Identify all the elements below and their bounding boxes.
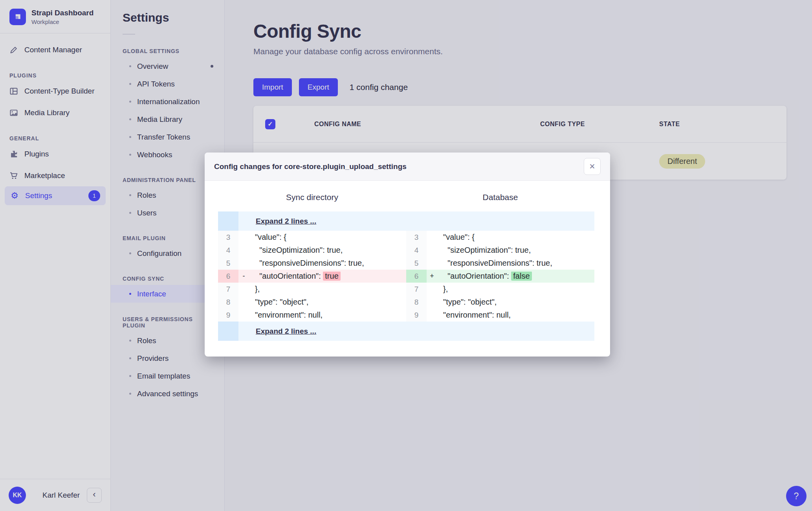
code-text: "responsiveDimensions": true, xyxy=(249,259,406,268)
code-text: "type": "object", xyxy=(437,298,594,307)
diff-line: 8 "type": "object", xyxy=(218,296,406,309)
line-number: 4 xyxy=(406,244,427,257)
diff-line: 5 "responsiveDimensions": true, xyxy=(218,257,406,270)
modal-header: Config changes for core-store.plugin_upl… xyxy=(205,153,610,181)
modal-title: Config changes for core-store.plugin_upl… xyxy=(214,162,407,171)
code-text: "type": "object", xyxy=(249,298,406,307)
line-number: 3 xyxy=(406,231,427,244)
code-text: }, xyxy=(437,285,594,294)
code-text: "autoOrientation": false xyxy=(437,272,594,281)
line-number: 8 xyxy=(406,296,427,309)
diff-table: Expand 2 lines ... 3 "value": { 4 "sizeO… xyxy=(218,211,594,341)
diff-split-view: 3 "value": { 4 "sizeOptimization": true,… xyxy=(218,231,594,322)
diff-line: 5 "responsiveDimensions": true, xyxy=(406,257,594,270)
config-diff-modal: Config changes for core-store.plugin_upl… xyxy=(205,153,610,357)
close-icon: ✕ xyxy=(589,162,596,171)
diff-line: 3 "value": { xyxy=(406,231,594,244)
code-text: "autoOrientation": true xyxy=(249,272,406,281)
code-text: }, xyxy=(249,285,406,294)
line-number: 9 xyxy=(406,309,427,322)
expand-lines-link-top[interactable]: Expand 2 lines ... xyxy=(256,217,316,226)
code-text: "environment": null, xyxy=(249,311,406,320)
line-number: 9 xyxy=(218,309,238,322)
diff-line-added: 6+ "autoOrientation": false xyxy=(406,270,594,283)
diff-line: 9 "environment": null, xyxy=(218,309,406,322)
diff-right-title: Database xyxy=(406,193,594,202)
removed-token: true xyxy=(323,272,340,281)
code-text: "environment": null, xyxy=(437,311,594,320)
diff-line: 7 }, xyxy=(218,283,406,296)
line-number: 6 xyxy=(218,270,238,283)
code-text: "value": { xyxy=(437,233,594,242)
added-token: false xyxy=(511,272,532,281)
line-number: 7 xyxy=(406,283,427,296)
modal-body: Sync directory Database Expand 2 lines .… xyxy=(205,181,610,357)
line-number: 5 xyxy=(218,257,238,270)
diff-line: 8 "type": "object", xyxy=(406,296,594,309)
diff-line: 3 "value": { xyxy=(218,231,406,244)
code-text: "sizeOptimization": true, xyxy=(249,246,406,255)
line-number: 7 xyxy=(218,283,238,296)
diff-left-title: Sync directory xyxy=(218,193,406,202)
expand-row-top: Expand 2 lines ... xyxy=(218,211,594,231)
line-number: 8 xyxy=(218,296,238,309)
line-number: 5 xyxy=(406,257,427,270)
close-button[interactable]: ✕ xyxy=(584,158,601,175)
diff-line: 4 "sizeOptimization": true, xyxy=(406,244,594,257)
removed-marker: - xyxy=(238,272,249,280)
line-number: 4 xyxy=(218,244,238,257)
diff-line: 7 }, xyxy=(406,283,594,296)
line-number: 6 xyxy=(406,270,427,283)
expand-gutter xyxy=(218,322,238,341)
code-text: "value": { xyxy=(249,233,406,242)
expand-lines-link-bottom[interactable]: Expand 2 lines ... xyxy=(256,327,316,336)
diff-line-removed: 6- "autoOrientation": true xyxy=(218,270,406,283)
expand-row-bottom: Expand 2 lines ... xyxy=(218,322,594,341)
code-text: "responsiveDimensions": true, xyxy=(437,259,594,268)
diff-left-pane: 3 "value": { 4 "sizeOptimization": true,… xyxy=(218,231,406,322)
code-text: "sizeOptimization": true, xyxy=(437,246,594,255)
line-number: 3 xyxy=(218,231,238,244)
added-marker: + xyxy=(427,272,437,280)
diff-column-titles: Sync directory Database xyxy=(218,193,594,202)
diff-right-pane: 3 "value": { 4 "sizeOptimization": true,… xyxy=(406,231,594,322)
diff-line: 4 "sizeOptimization": true, xyxy=(218,244,406,257)
expand-gutter xyxy=(218,211,238,231)
diff-line: 9 "environment": null, xyxy=(406,309,594,322)
